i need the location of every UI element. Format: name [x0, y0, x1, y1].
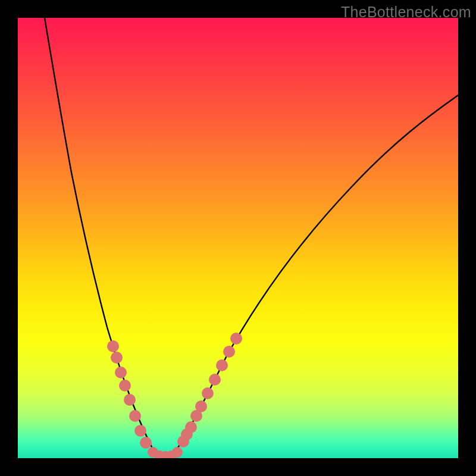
bead-point [140, 437, 152, 449]
bead-point [223, 346, 235, 358]
bead-point [124, 394, 136, 406]
bead-point [134, 425, 146, 437]
plot-area [18, 18, 458, 458]
chart-frame: TheBottleneck.com [0, 0, 476, 476]
bead-point [119, 380, 131, 392]
curve-right [173, 95, 458, 455]
bead-point [216, 359, 228, 371]
bead-group [107, 333, 242, 458]
bead-point [230, 333, 242, 345]
bead-point [115, 367, 127, 378]
bead-point [172, 447, 183, 458]
curve-left [45, 18, 156, 455]
watermark-text: TheBottleneck.com [341, 4, 471, 21]
chart-svg [18, 18, 458, 458]
bead-point [129, 410, 141, 422]
bead-point [107, 340, 119, 352]
bead-point [202, 387, 214, 399]
bead-point [209, 374, 221, 386]
bead-point [185, 421, 197, 433]
bead-point [195, 400, 207, 412]
bead-point [111, 352, 123, 364]
